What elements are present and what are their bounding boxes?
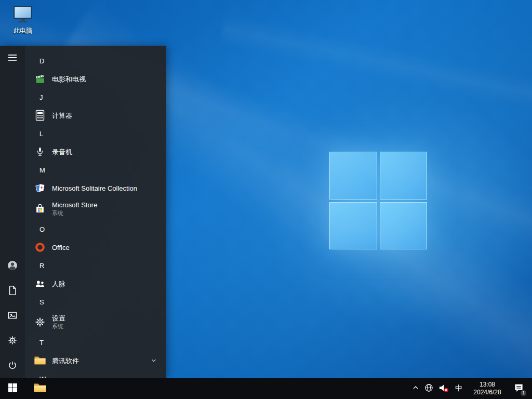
- section-letter: M: [39, 166, 45, 174]
- app-row-voice-recorder[interactable]: 录音机: [25, 142, 166, 161]
- people-icon: [34, 277, 46, 290]
- clock-button[interactable]: 13:08 2024/6/28: [467, 378, 508, 399]
- screen: 此电脑: [0, 0, 532, 399]
- app-row-office[interactable]: Office: [25, 238, 166, 257]
- app-row-movies-tv[interactable]: 电影和电视: [25, 70, 166, 88]
- store-icon: [34, 203, 46, 215]
- app-label: Microsoft Store: [52, 201, 97, 209]
- gear-icon: [7, 335, 18, 347]
- app-row-tencent-folder[interactable]: 腾讯软件: [25, 351, 166, 370]
- user-avatar-icon: [6, 259, 19, 273]
- section-letter: L: [39, 130, 43, 138]
- file-explorer-button[interactable]: [31, 378, 49, 399]
- section-header-t[interactable]: T: [25, 334, 166, 351]
- clock-time: 13:08: [480, 381, 495, 389]
- office-icon: [34, 241, 46, 254]
- app-sublabel: 系统: [52, 323, 65, 330]
- folder-icon: [34, 354, 46, 367]
- app-row-settings[interactable]: 设置 系统: [25, 311, 166, 334]
- chevron-up-icon: [412, 384, 419, 393]
- voice-recorder-icon: [34, 145, 46, 158]
- windows-logo-pane: [380, 152, 428, 200]
- start-menu: D 电影和电视 J: [0, 46, 166, 378]
- start-button[interactable]: [0, 378, 25, 399]
- movies-tv-icon: [34, 73, 46, 85]
- section-header-o[interactable]: O: [25, 220, 166, 238]
- section-header-m[interactable]: M: [25, 161, 166, 179]
- section-letter: S: [39, 298, 44, 306]
- section-letter: O: [39, 225, 45, 233]
- user-account-button[interactable]: [0, 254, 25, 278]
- app-label: Office: [52, 244, 70, 251]
- desktop-icon-label: 此电脑: [6, 26, 39, 35]
- tray-show-hidden-icons-button[interactable]: [409, 378, 422, 399]
- ime-indicator-button[interactable]: 中: [451, 378, 467, 399]
- document-icon: [8, 285, 17, 297]
- globe-network-icon: [424, 383, 433, 394]
- settings-gear-icon: [34, 316, 46, 328]
- app-sublabel: 系统: [52, 209, 97, 217]
- windows-logo: [329, 152, 427, 249]
- app-label: 电影和电视: [52, 75, 86, 83]
- action-center-button[interactable]: 1: [508, 378, 529, 399]
- desktop-icon-this-pc[interactable]: 此电脑: [6, 4, 39, 35]
- section-header-s[interactable]: S: [25, 293, 166, 311]
- volume-muted-button[interactable]: [435, 378, 451, 399]
- speaker-muted-icon: [438, 383, 449, 395]
- section-header-r[interactable]: R: [25, 257, 166, 274]
- app-label: Microsoft Solitaire Collection: [52, 184, 137, 192]
- calculator-icon: [34, 109, 46, 122]
- expand-menu-button[interactable]: [0, 46, 25, 71]
- app-label: 腾讯软件: [52, 357, 79, 365]
- solitaire-icon: [34, 182, 46, 194]
- section-header-d[interactable]: D: [25, 52, 166, 70]
- settings-button[interactable]: [0, 328, 25, 353]
- section-header-l[interactable]: L: [25, 125, 166, 142]
- start-menu-rail: [0, 46, 25, 378]
- clock-date: 2024/6/28: [473, 389, 501, 396]
- ime-label: 中: [455, 384, 462, 393]
- section-header-j[interactable]: J: [25, 88, 166, 106]
- windows-logo-pane: [380, 202, 428, 250]
- documents-button[interactable]: [0, 278, 25, 303]
- section-letter: T: [39, 339, 44, 347]
- windows-logo-pane: [329, 202, 377, 250]
- app-label: 录音机: [52, 148, 72, 156]
- rail-bottom-group: [0, 254, 25, 378]
- system-tray: 中 13:08 2024/6/28 1: [409, 378, 532, 399]
- section-header-w[interactable]: W: [25, 370, 166, 378]
- app-label: 人脉: [52, 280, 65, 288]
- network-status-button[interactable]: [422, 378, 435, 399]
- this-pc-icon: [12, 17, 34, 25]
- windows-logo-pane: [329, 152, 377, 200]
- pictures-button[interactable]: [0, 303, 25, 328]
- app-row-people[interactable]: 人脉: [25, 274, 166, 293]
- power-icon: [7, 360, 18, 372]
- app-row-solitaire[interactable]: Microsoft Solitaire Collection: [25, 179, 166, 197]
- app-row-calculator[interactable]: 计算器: [25, 106, 166, 125]
- file-explorer-icon: [33, 382, 47, 395]
- start-menu-app-list: D 电影和电视 J: [25, 46, 166, 378]
- app-row-microsoft-store[interactable]: Microsoft Store 系统: [25, 197, 166, 220]
- power-button[interactable]: [0, 353, 25, 378]
- chevron-down-icon: [151, 357, 157, 364]
- app-label: 计算器: [52, 112, 72, 119]
- section-letter: R: [39, 262, 44, 270]
- section-letter: J: [39, 94, 43, 101]
- taskbar: 中 13:08 2024/6/28 1: [0, 378, 532, 399]
- windows-start-icon: [8, 383, 17, 394]
- app-label: 设置: [52, 314, 65, 322]
- section-letter: D: [39, 57, 44, 65]
- hamburger-icon: [8, 54, 17, 63]
- pictures-icon: [7, 310, 18, 322]
- notification-badge: 1: [520, 390, 527, 396]
